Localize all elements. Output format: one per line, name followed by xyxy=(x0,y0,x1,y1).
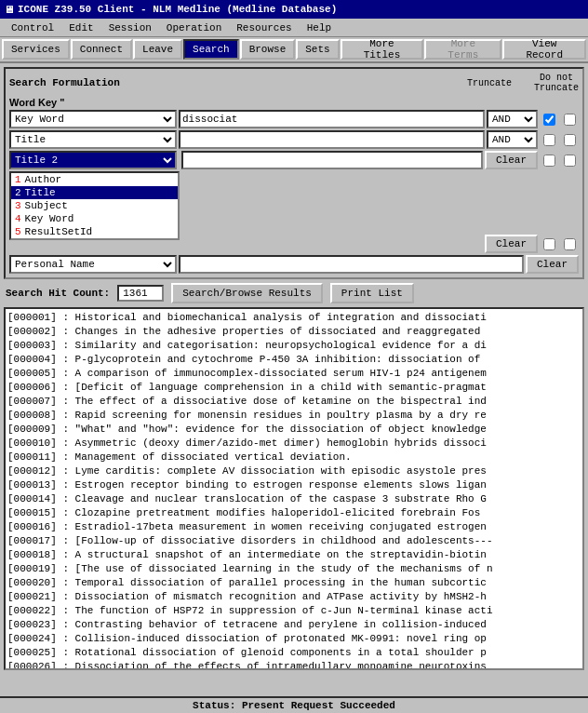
result-item[interactable]: [000021] : Dissociation of mismatch reco… xyxy=(7,590,581,604)
results-area[interactable]: [000001] : Historical and biomechanical … xyxy=(4,307,584,670)
result-item[interactable]: [000026] : Dissociation of the effects o… xyxy=(7,660,581,670)
hit-count-value: 1361 xyxy=(117,285,164,302)
search-row-2: Title Key Word Author Subject Personal N… xyxy=(9,130,579,149)
leave-btn[interactable]: Leave xyxy=(133,39,182,60)
op-select-1[interactable]: AND OR NOT xyxy=(487,110,538,128)
dd-author-label: Author xyxy=(25,174,62,185)
result-item[interactable]: [000020] : Temporal dissociation of para… xyxy=(7,576,581,590)
result-item[interactable]: [000015] : Clozapine pretreatment modifi… xyxy=(7,506,581,520)
sf-title: Search Formulation xyxy=(9,77,120,88)
truncate-chk-2[interactable] xyxy=(543,134,555,146)
no-truncate-chk-1[interactable] xyxy=(564,114,576,126)
menu-session[interactable]: Session xyxy=(101,20,159,35)
menu-operation[interactable]: Operation xyxy=(159,20,229,35)
search-row-1: Key Word Title Author Subject Personal N… xyxy=(9,110,579,128)
dd-keyword[interactable]: 4 Key Word xyxy=(11,212,178,225)
no-truncate-chk-2[interactable] xyxy=(564,134,576,146)
dd-resultsetid[interactable]: 5 ResultSetId xyxy=(11,225,178,238)
search-input-3[interactable] xyxy=(181,151,483,169)
menu-bar: Control Edit Session Operation Resources… xyxy=(0,19,588,37)
menu-help[interactable]: Help xyxy=(300,20,339,35)
connect-btn[interactable]: Connect xyxy=(71,39,132,60)
result-item[interactable]: [000019] : [The use of dissociated learn… xyxy=(7,562,581,576)
dd-resultsetid-label: ResultSetId xyxy=(25,226,93,237)
result-item[interactable]: [000002] : Changes in the adhesive prope… xyxy=(7,325,581,339)
result-item[interactable]: [000007] : The effect of a dissociative … xyxy=(7,395,581,409)
result-item[interactable]: [000017] : [Follow-up of dissociative di… xyxy=(7,534,581,548)
result-item[interactable]: [000012] : Lyme carditis: complete AV di… xyxy=(7,464,581,478)
result-item[interactable]: [000011] : Management of dissociated ver… xyxy=(7,451,581,464)
search-browse-btn[interactable]: Search/Browse Results xyxy=(171,283,323,303)
more-titles-btn[interactable]: More Titles xyxy=(341,39,424,60)
result-item[interactable]: [000008] : Rapid screening for monensin … xyxy=(7,409,581,423)
more-terms-btn: More Terms xyxy=(424,39,501,60)
result-item[interactable]: [000022] : The function of HSP72 in supp… xyxy=(7,604,581,618)
search-input-2[interactable] xyxy=(179,130,485,149)
result-item[interactable]: [000001] : Historical and biomechanical … xyxy=(7,311,581,325)
search-form: Search Formulation Truncate Do notTrunca… xyxy=(4,67,584,279)
personal-name-input[interactable] xyxy=(179,255,524,274)
do-not-truncate-label: Do notTruncate xyxy=(534,73,579,93)
menu-control[interactable]: Control xyxy=(4,20,61,35)
truncate-chk-4[interactable] xyxy=(543,238,555,250)
result-item[interactable]: [000005] : A comparison of immunocomplex… xyxy=(7,367,581,381)
clear-btn-2[interactable]: Clear xyxy=(485,235,538,253)
no-truncate-chk-4[interactable] xyxy=(564,238,576,250)
clear-btn-1[interactable]: Clear xyxy=(485,151,538,169)
title-bar: 🖥 ICONE Z39.50 Client - NLM Medline (Med… xyxy=(0,0,588,19)
op-select-2[interactable]: AND OR NOT xyxy=(487,130,538,149)
dd-author[interactable]: 1 Author xyxy=(11,173,178,186)
result-item[interactable]: [000004] : P-glycoprotein and cytochrome… xyxy=(7,353,581,367)
window-title: ICONE Z39.50 Client - NLM Medline (Medli… xyxy=(18,4,337,15)
result-item[interactable]: [000018] : A structural snapshot of an i… xyxy=(7,548,581,562)
result-item[interactable]: [000014] : Cleavage and nuclear transloc… xyxy=(7,492,581,506)
menu-edit[interactable]: Edit xyxy=(61,20,100,35)
truncate-label: Truncate xyxy=(467,78,512,88)
no-truncate-chk-3[interactable] xyxy=(564,155,576,167)
dd-title-label: Title xyxy=(25,187,56,198)
status-text: Status: Present Request Succeeded xyxy=(193,700,395,711)
sets-btn[interactable]: Sets xyxy=(296,39,339,60)
search-input-1[interactable] xyxy=(179,110,485,128)
sf-header: Search Formulation Truncate Do notTrunca… xyxy=(9,73,579,93)
dd-keyword-label: Key Word xyxy=(25,213,74,224)
hit-count-row: Search Hit Count: 1361 Search/Browse Res… xyxy=(6,283,582,303)
result-item[interactable]: [000016] : Estradiol-17beta measurement … xyxy=(7,520,581,534)
dd-author-num: 1 xyxy=(15,174,21,185)
clear-btn-personal[interactable]: Clear xyxy=(526,255,579,274)
truncate-chk-1[interactable] xyxy=(543,114,555,126)
result-item[interactable]: [000003] : Similarity and categorisation… xyxy=(7,339,581,353)
result-item[interactable]: [000023] : Contrasting behavior of tetra… xyxy=(7,618,581,632)
result-item[interactable]: [000009] : "What" and "how": evidence fo… xyxy=(7,423,581,437)
result-item[interactable]: [000024] : Collision-induced dissociatio… xyxy=(7,632,581,646)
field-select-1[interactable]: Key Word Title Author Subject Personal N… xyxy=(9,110,177,128)
field-select-2[interactable]: Title Key Word Author Subject Personal N… xyxy=(9,130,177,149)
field-select-3[interactable]: Author 1 Title 2 Subject 3 Key Word 4 Re… xyxy=(9,151,177,169)
menu-resources[interactable]: Resources xyxy=(229,20,299,35)
result-item[interactable]: [000010] : Asymmetric (deoxy dimer/azido… xyxy=(7,437,581,451)
personal-name-row: Personal Name Clear xyxy=(9,255,579,274)
view-record-btn[interactable]: View Record xyxy=(502,39,586,60)
result-item[interactable]: [000006] : [Deficit of language comprehe… xyxy=(7,381,581,395)
result-item[interactable]: [000025] : Rotational dissociation of gl… xyxy=(7,646,581,660)
toolbar: Services Connect Leave Search Browse Set… xyxy=(0,37,588,63)
dd-subject[interactable]: 3 Subject xyxy=(11,199,178,212)
services-btn[interactable]: Services xyxy=(2,39,70,60)
dd-subject-label: Subject xyxy=(25,200,68,211)
main-area: Search Formulation Truncate Do notTrunca… xyxy=(0,63,588,674)
dropdown-list: 1 Author 2 Title 3 Subject 4 Key Word xyxy=(9,171,180,240)
hit-count-label: Search Hit Count: xyxy=(6,288,110,299)
dd-title-num: 2 xyxy=(15,187,21,198)
dd-title[interactable]: 2 Title xyxy=(11,186,178,199)
result-item[interactable]: [000013] : Estrogen receptor binding to … xyxy=(7,478,581,492)
status-bar: Status: Present Request Succeeded xyxy=(0,696,588,713)
search-btn[interactable]: Search xyxy=(183,39,239,60)
personal-name-select[interactable]: Personal Name xyxy=(9,255,177,274)
dd-subject-num: 3 xyxy=(15,200,21,211)
truncate-headers: Truncate Do notTruncate xyxy=(467,73,579,93)
browse-btn[interactable]: Browse xyxy=(240,39,296,60)
dd-keyword-num: 4 xyxy=(15,213,21,224)
print-list-btn[interactable]: Print List xyxy=(330,283,414,303)
truncate-chk-3[interactable] xyxy=(543,155,555,167)
title-icon: 🖥 xyxy=(4,4,14,16)
